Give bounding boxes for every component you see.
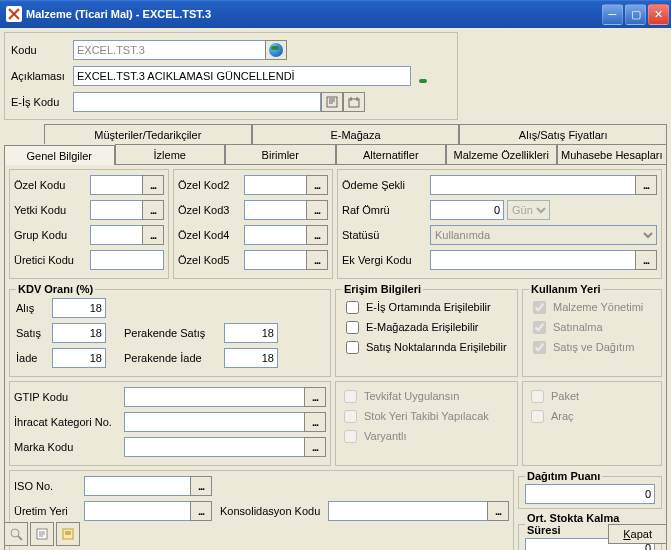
- kdv-alis-input[interactable]: [52, 298, 106, 318]
- footer-tool-2[interactable]: [30, 522, 54, 546]
- konsol-input[interactable]: [328, 501, 488, 521]
- dagitim-input[interactable]: [525, 484, 655, 504]
- erisim-emagaza-check[interactable]: E-Mağazada Erişilebilir: [342, 317, 511, 337]
- yetki-kodu-lookup[interactable]: ...: [142, 200, 164, 220]
- ellipsis-icon: ...: [314, 229, 320, 241]
- kodu-input[interactable]: [73, 40, 266, 60]
- ellipsis-icon: ...: [643, 179, 649, 191]
- ozel-kod3-label: Özel Kod3: [178, 204, 244, 216]
- footer-tool-3[interactable]: [56, 522, 80, 546]
- kodu-label: Kodu: [11, 44, 73, 56]
- ellipsis-icon: ...: [312, 391, 318, 403]
- tab-izleme[interactable]: İzleme: [115, 144, 226, 164]
- ozel-kod3-input[interactable]: [244, 200, 307, 220]
- kdv-satis-input[interactable]: [52, 323, 106, 343]
- ozel-kod3-lookup[interactable]: ...: [306, 200, 328, 220]
- marka-input[interactable]: [124, 437, 305, 457]
- col-a: Özel Kodu... Yetki Kodu... Grup Kodu... …: [9, 169, 169, 279]
- ellipsis-icon: ...: [312, 416, 318, 428]
- ozel-kod4-lookup[interactable]: ...: [306, 225, 328, 245]
- kdv-fieldset: KDV Oranı (%) Alış Satış Perakende Satış…: [9, 283, 331, 377]
- ihracat-input[interactable]: [124, 412, 305, 432]
- grup-kodu-label: Grup Kodu: [14, 229, 90, 241]
- kodu-lookup-button[interactable]: [265, 40, 287, 60]
- ozel-kodu-input[interactable]: [90, 175, 143, 195]
- iso-input[interactable]: [84, 476, 191, 496]
- ozel-kod2-lookup[interactable]: ...: [306, 175, 328, 195]
- erisim-eis-check[interactable]: E-İş Ortamında Erişilebilir: [342, 297, 511, 317]
- tab-ozellikleri[interactable]: Malzeme Özellikleri: [446, 144, 557, 164]
- ozel-kod4-input[interactable]: [244, 225, 307, 245]
- raf-omru-input[interactable]: [430, 200, 504, 220]
- konsol-lookup[interactable]: ...: [487, 501, 509, 521]
- raf-omru-unit: Gün: [507, 200, 550, 220]
- ozel-kod5-input[interactable]: [244, 250, 307, 270]
- grup-kodu-input[interactable]: [90, 225, 143, 245]
- aciklama-input[interactable]: [73, 66, 411, 86]
- tab-genel[interactable]: Genel Bilgiler: [4, 145, 115, 165]
- kdv-perakende-satis-input[interactable]: [224, 323, 278, 343]
- ellipsis-icon: ...: [643, 254, 649, 266]
- ek-vergi-lookup[interactable]: ...: [635, 250, 657, 270]
- tab-alternatifler[interactable]: Alternatifler: [336, 144, 447, 164]
- uretici-kodu-input[interactable]: [90, 250, 164, 270]
- ellipsis-icon: ...: [314, 204, 320, 216]
- close-window-button[interactable]: ✕: [648, 4, 669, 25]
- ihracat-lookup[interactable]: ...: [304, 412, 326, 432]
- footer-tool-1[interactable]: [4, 522, 28, 546]
- gtip-lookup[interactable]: ...: [304, 387, 326, 407]
- eis-label: E-İş Kodu: [11, 96, 73, 108]
- ellipsis-icon: ...: [150, 204, 156, 216]
- eis-action-1[interactable]: [321, 92, 343, 112]
- ozel-kodu-label: Özel Kodu: [14, 179, 90, 191]
- uretici-kodu-label: Üretici Kodu: [14, 254, 90, 266]
- ozel-kodu-lookup[interactable]: ...: [142, 175, 164, 195]
- tab-birimler[interactable]: Birimler: [225, 144, 336, 164]
- marka-lookup[interactable]: ...: [304, 437, 326, 457]
- ozel-kod5-lookup[interactable]: ...: [306, 250, 328, 270]
- ek-vergi-input[interactable]: [430, 250, 636, 270]
- tab-muhasebe[interactable]: Muhasebe Hesapları: [557, 144, 668, 164]
- arac-check: Araç: [527, 406, 657, 426]
- kdv-iade-input[interactable]: [52, 348, 106, 368]
- uretim-lookup[interactable]: ...: [190, 501, 212, 521]
- maximize-button[interactable]: ▢: [625, 4, 646, 25]
- eis-action-2[interactable]: [343, 92, 365, 112]
- header-panel: Kodu Açıklaması E-İş Kodu: [4, 32, 458, 120]
- iso-lookup[interactable]: ...: [190, 476, 212, 496]
- col-c: Ödeme Şekli... Raf Ömrü Gün Statüsü Kull…: [337, 169, 662, 279]
- ellipsis-icon: ...: [314, 179, 320, 191]
- yetki-kodu-input[interactable]: [90, 200, 143, 220]
- odeme-sekli-lookup[interactable]: ...: [635, 175, 657, 195]
- statusu-select[interactable]: Kullanımda: [430, 225, 657, 245]
- kapat-button[interactable]: Kapat: [608, 524, 667, 544]
- mid-left: GTIP Kodu... İhracat Kategori No.... Mar…: [9, 381, 331, 466]
- ozel-kod4-label: Özel Kod4: [178, 229, 244, 241]
- erisim-satis-check[interactable]: Satış Noktalarında Erişilebilir: [342, 337, 511, 357]
- dagitim-legend: Dağıtım Puanı: [525, 470, 602, 482]
- minimize-button[interactable]: ─: [602, 4, 623, 25]
- tab-musteriler[interactable]: Müşteriler/Tedarikçiler: [44, 124, 252, 144]
- ellipsis-icon: ...: [495, 505, 501, 517]
- ellipsis-icon: ...: [198, 480, 204, 492]
- stok-check: Stok Yeri Takibi Yapılacak: [340, 406, 513, 426]
- svg-line-3: [18, 536, 22, 540]
- gtip-input[interactable]: [124, 387, 305, 407]
- uretim-input[interactable]: [84, 501, 191, 521]
- ellipsis-icon: ...: [150, 229, 156, 241]
- col-b: Özel Kod2... Özel Kod3... Özel Kod4... Ö…: [173, 169, 333, 279]
- tab-alissatis[interactable]: Alış/Satış Fiyatları: [459, 124, 667, 144]
- tab-emagaza[interactable]: E-Mağaza: [252, 124, 460, 144]
- eis-input[interactable]: [73, 92, 321, 112]
- konsol-label: Konsolidasyon Kodu: [220, 505, 328, 517]
- kdv-perakende-iade-input[interactable]: [224, 348, 278, 368]
- kdv-perakende-satis-label: Perakende Satış: [124, 327, 224, 339]
- footer: Kapat: [4, 522, 667, 546]
- mid-center: Tevkifat Uygulansın Stok Yeri Takibi Yap…: [335, 381, 518, 466]
- kullanim-fieldset: Kullanım Yeri Malzeme Yönetimi Satınalma…: [522, 283, 662, 377]
- odeme-sekli-label: Ödeme Şekli: [342, 179, 430, 191]
- odeme-sekli-input[interactable]: [430, 175, 636, 195]
- grup-kodu-lookup[interactable]: ...: [142, 225, 164, 245]
- ozel-kod2-input[interactable]: [244, 175, 307, 195]
- kullanim-satis-check: Satış ve Dağıtım: [529, 337, 655, 357]
